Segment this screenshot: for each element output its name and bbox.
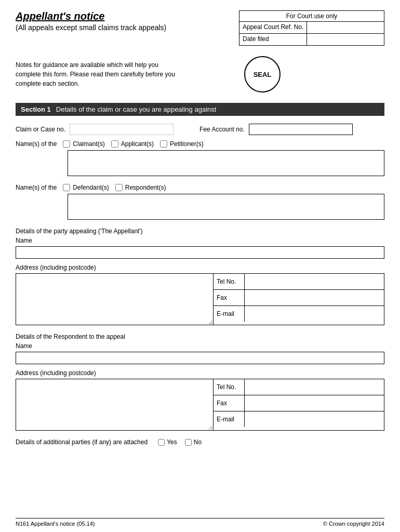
claim-fee-row: Claim or Case no. Fee Account no. xyxy=(16,124,384,135)
fee-account-input[interactable] xyxy=(249,124,353,135)
respondent-email-label: E-mail xyxy=(214,411,245,427)
appellant-name-label: Name xyxy=(16,237,384,244)
additional-parties-label: Details of additional parties (if any) a… xyxy=(16,438,148,446)
defendant-label: Defendant(s) xyxy=(73,184,109,191)
yes-label: Yes xyxy=(167,438,177,446)
respondent-section: Details of the Respondent to the appeal … xyxy=(16,333,384,431)
respondent-contact-table: Tel No. Fax E-mail xyxy=(213,379,384,431)
names-defendant-section: Name(s) of the Defendant(s) Respondent(s… xyxy=(16,184,384,220)
claimant-names-textarea[interactable] xyxy=(68,150,384,176)
appellant-email-label: E-mail xyxy=(214,306,245,322)
title-block: Appellant's notice (All appeals except s… xyxy=(16,10,166,32)
respondent-email-row: E-mail xyxy=(214,411,384,427)
names-of-the-label2: Name(s) of the xyxy=(16,184,57,191)
yes-no-group: Yes No xyxy=(158,438,202,446)
footer-left: N161 Appellant's notice (05.14) xyxy=(16,521,95,527)
respondent-address-textarea[interactable] xyxy=(16,379,213,431)
appellant-section: Details of the party appealing ('The App… xyxy=(16,228,384,325)
petitioner-label: Petitioner(s) xyxy=(170,140,204,148)
names-claimant-row: Name(s) of the Claimant(s) Applicant(s) … xyxy=(16,140,384,148)
court-use-ref-label: Appeal Court Ref. No. xyxy=(239,22,307,33)
appellant-contact-table: Tel No. Fax E-mail xyxy=(213,273,384,325)
names-claimant-section: Name(s) of the Claimant(s) Applicant(s) … xyxy=(16,140,384,176)
seal-circle: SEAL xyxy=(244,56,281,92)
respondent-fax-row: Fax xyxy=(214,395,384,411)
page-header: Appellant's notice (All appeals except s… xyxy=(16,10,384,46)
appellant-email-row: E-mail xyxy=(214,306,384,322)
yes-item: Yes xyxy=(158,438,177,446)
respondent-details-label: Details of the Respondent to the appeal xyxy=(16,333,384,340)
appellant-details-label: Details of the party appealing ('The App… xyxy=(16,228,384,235)
seal-label: SEAL xyxy=(254,71,272,78)
no-checkbox[interactable] xyxy=(185,439,192,446)
claimant-checkbox-group: Claimant(s) xyxy=(63,140,104,148)
respondent-address-label: Address (including postcode) xyxy=(16,369,384,377)
appellant-address-contact: Tel No. Fax E-mail xyxy=(16,273,384,325)
section1-number: Section 1 xyxy=(21,105,51,113)
defendant-checkbox[interactable] xyxy=(63,184,70,191)
court-use-date-row: Date filed xyxy=(239,34,384,45)
respondent-name-input[interactable] xyxy=(16,352,384,364)
respondent-label: Respondent(s) xyxy=(125,184,166,191)
names-defendant-row: Name(s) of the Defendant(s) Respondent(s… xyxy=(16,184,384,191)
applicant-checkbox[interactable] xyxy=(111,140,118,148)
respondent-checkbox-group: Respondent(s) xyxy=(115,184,166,191)
section1-header: Section 1 Details of the claim or case y… xyxy=(16,103,384,116)
respondent-tel-row: Tel No. xyxy=(214,379,384,395)
applicant-label: Applicant(s) xyxy=(121,140,154,148)
appellant-email-input[interactable] xyxy=(245,306,384,318)
fee-account-label: Fee Account no. xyxy=(199,126,245,133)
court-use-ref-row: Appeal Court Ref. No. xyxy=(239,22,384,34)
guidance-text: Notes for guidance are available which w… xyxy=(16,60,182,88)
respondent-name-label: Name xyxy=(16,342,384,350)
footer-right: © Crown copyright 2014 xyxy=(323,521,384,527)
defendant-names-textarea[interactable] xyxy=(68,194,384,220)
yes-checkbox[interactable] xyxy=(158,439,165,446)
court-use-header: For Court use only xyxy=(239,11,384,22)
respondent-address-contact: Tel No. Fax E-mail xyxy=(16,379,384,431)
names-of-the-label1: Name(s) of the xyxy=(16,140,57,148)
appellant-address-label: Address (including postcode) xyxy=(16,264,384,271)
respondent-tel-input[interactable] xyxy=(245,379,384,392)
appellant-fax-input[interactable] xyxy=(245,290,384,302)
court-use-ref-value xyxy=(307,22,384,33)
appellant-fax-row: Fax xyxy=(214,290,384,306)
page-footer: N161 Appellant's notice (05.14) © Crown … xyxy=(16,518,384,527)
guidance-area: Notes for guidance are available which w… xyxy=(16,56,384,92)
petitioner-checkbox-group: Petitioner(s) xyxy=(160,140,204,148)
additional-parties-row: Details of additional parties (if any) a… xyxy=(16,438,384,446)
fee-account-row: Fee Account no. xyxy=(199,124,353,135)
appellant-tel-label: Tel No. xyxy=(214,274,245,289)
claim-no-row: Claim or Case no. xyxy=(16,124,174,135)
defendant-checkbox-group: Defendant(s) xyxy=(63,184,109,191)
appellant-tel-input[interactable] xyxy=(245,274,384,286)
claim-no-input[interactable] xyxy=(70,124,174,135)
page-subtitle: (All appeals except small claims track a… xyxy=(16,23,166,32)
claim-no-label: Claim or Case no. xyxy=(16,126,65,133)
petitioner-checkbox[interactable] xyxy=(160,140,167,148)
court-use-date-label: Date filed xyxy=(239,34,307,45)
respondent-checkbox[interactable] xyxy=(115,184,123,191)
respondent-tel-label: Tel No. xyxy=(214,379,245,395)
section1-title: Details of the claim or case you are app… xyxy=(56,105,217,113)
claimant-checkbox[interactable] xyxy=(63,140,70,148)
court-use-box: For Court use only Appeal Court Ref. No.… xyxy=(239,10,384,46)
no-label: No xyxy=(194,438,202,446)
respondent-fax-label: Fax xyxy=(214,395,245,411)
appellant-tel-row: Tel No. xyxy=(214,274,384,290)
claimant-label: Claimant(s) xyxy=(73,140,104,148)
applicant-checkbox-group: Applicant(s) xyxy=(111,140,154,148)
page-title: Appellant's notice xyxy=(16,10,166,22)
respondent-email-input[interactable] xyxy=(245,411,384,424)
appellant-name-input[interactable] xyxy=(16,246,384,259)
court-use-date-value xyxy=(307,34,384,45)
appellant-address-textarea[interactable] xyxy=(16,273,213,325)
no-item: No xyxy=(185,438,202,446)
appellant-fax-label: Fax xyxy=(214,290,245,305)
respondent-fax-input[interactable] xyxy=(245,395,384,408)
